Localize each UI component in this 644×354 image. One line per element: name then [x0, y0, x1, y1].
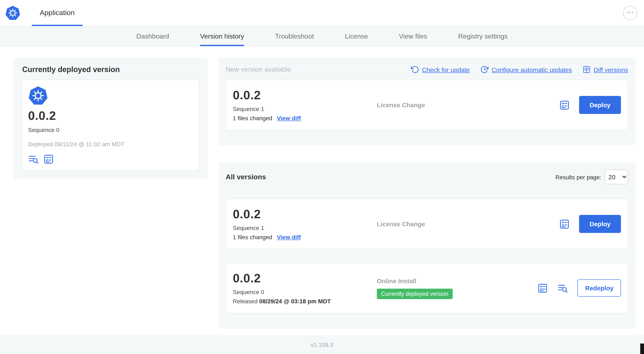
new-version-card: 0.0.2 Sequence 1 1 files changed View di…: [226, 80, 628, 130]
currently-deployed-badge: Currently deployed version: [377, 288, 452, 299]
version-type-label: Online Install: [377, 277, 538, 284]
kubernetes-logo-icon: [28, 86, 48, 106]
check-for-update-link[interactable]: Check for update: [410, 65, 470, 74]
kubernetes-logo-icon: [5, 5, 20, 21]
current-sequence-label: Sequence 0: [28, 127, 193, 133]
version-type-label: License Change: [377, 220, 559, 227]
sequence-label: Sequence 1: [233, 106, 377, 112]
released-prefix: Released: [233, 298, 258, 304]
version-info: 0.0.2 Sequence 0 Released 08/29/24 @ 03:…: [233, 271, 377, 304]
clock-refresh-icon: [480, 65, 489, 74]
tab-troubleshoot-label: Troubleshoot: [275, 33, 314, 40]
refresh-ccw-icon: [410, 65, 419, 74]
tab-view-files[interactable]: View files: [399, 26, 427, 46]
new-version-panel: New version available Check for update C…: [218, 58, 636, 145]
deployed-timestamp: Deployed 09/11/24 @ 11:02 am MDT: [28, 141, 193, 147]
version-meta: License Change: [377, 101, 559, 109]
configure-automatic-updates-link[interactable]: Configure automatic updates: [480, 65, 572, 74]
tab-registry-settings-label: Registry settings: [458, 33, 508, 40]
currently-deployed-panel: Currently deployed version 0.0.2 Sequenc…: [14, 58, 208, 179]
all-versions-title: All versions: [226, 173, 266, 181]
app-tab[interactable]: Application: [32, 0, 82, 26]
released-date: 08/29/24 @ 03:18 pm MDT: [259, 298, 331, 304]
main-content: Currently deployed version 0.0.2 Sequenc…: [0, 47, 644, 335]
all-versions-head: All versions Results per page: 20: [226, 170, 628, 184]
tab-version-history-label: Version history: [200, 33, 244, 40]
preflight-checks-button[interactable]: [559, 218, 570, 229]
preflight-checks-button[interactable]: [538, 282, 548, 293]
tab-registry-settings[interactable]: Registry settings: [458, 26, 508, 46]
diff-versions-label: Diff versions: [594, 66, 628, 73]
preflight-checklist-icon: [538, 282, 548, 293]
footer: v1.109.3: [0, 335, 644, 354]
release-notes-icon: [28, 154, 39, 165]
version-list: 0.0.2 Sequence 1 1 files changed View di…: [226, 193, 628, 313]
release-notes-button[interactable]: [28, 154, 39, 165]
sequence-label: Sequence 1: [233, 225, 377, 231]
version-actions: Redeploy: [538, 279, 621, 297]
sequence-label: Sequence 0: [233, 289, 377, 295]
current-version-card: 0.0.2 Sequence 0 Deployed 09/11/24 @ 11:…: [22, 80, 199, 171]
files-changed-row: 1 files changed View diff: [233, 234, 377, 240]
results-per-page-label: Results per page:: [556, 174, 601, 180]
top-bar: Application ⋯: [0, 0, 644, 26]
app-logo: [5, 0, 20, 26]
left-column: Currently deployed version 0.0.2 Sequenc…: [14, 58, 208, 179]
overflow-menu-button[interactable]: ⋯: [623, 6, 637, 20]
diff-versions-link[interactable]: Diff versions: [582, 65, 628, 74]
tab-view-files-label: View files: [399, 33, 427, 40]
results-per-page-select[interactable]: 20: [605, 170, 628, 184]
deploy-button[interactable]: Deploy: [579, 96, 621, 114]
redeploy-button[interactable]: Redeploy: [578, 279, 621, 297]
current-version-number: 0.0.2: [28, 109, 193, 123]
files-changed-label: 1 files changed: [233, 115, 272, 122]
preflight-checks-button[interactable]: [43, 154, 54, 165]
preflight-checklist-icon: [43, 154, 54, 165]
release-notes-icon: [558, 282, 568, 293]
version-info: 0.0.2 Sequence 1 1 files changed View di…: [233, 88, 377, 122]
new-version-title: New version available: [226, 66, 291, 73]
version-row: 0.0.2 Sequence 0 Released 08/29/24 @ 03:…: [226, 263, 628, 313]
deploy-button[interactable]: Deploy: [579, 215, 621, 233]
version-actions: Deploy: [559, 96, 621, 114]
admin-console-version: v1.109.3: [311, 341, 333, 348]
preflight-checklist-icon: [559, 100, 570, 110]
version-row: 0.0.2 Sequence 1 1 files changed View di…: [226, 199, 628, 249]
results-per-page: Results per page: 20: [556, 170, 628, 184]
view-diff-link[interactable]: View diff: [277, 234, 301, 240]
release-notes-button[interactable]: [558, 282, 568, 293]
tab-version-history[interactable]: Version history: [200, 26, 244, 46]
released-timestamp: Released 08/29/24 @ 03:18 pm MDT: [233, 298, 377, 304]
app-tab-label: Application: [40, 9, 74, 17]
topbar-spacer: [82, 0, 623, 26]
page: Application ⋯ Dashboard Version history …: [0, 0, 644, 354]
tab-troubleshoot[interactable]: Troubleshoot: [275, 26, 314, 46]
tab-license[interactable]: License: [345, 26, 368, 46]
configure-automatic-updates-label: Configure automatic updates: [492, 66, 572, 73]
tab-dashboard[interactable]: Dashboard: [136, 26, 169, 46]
version-type-label: License Change: [377, 101, 559, 109]
version-meta: Online Install Currently deployed versio…: [377, 277, 538, 299]
app-subnav: Dashboard Version history Troubleshoot L…: [0, 26, 644, 47]
view-diff-link[interactable]: View diff: [277, 115, 301, 122]
tab-license-label: License: [345, 33, 368, 40]
scrollbar-thumb[interactable]: [640, 343, 644, 354]
current-version-actions: [28, 154, 193, 165]
preflight-checks-button[interactable]: [559, 100, 570, 110]
version-number: 0.0.2: [233, 271, 377, 285]
files-changed-row: 1 files changed View diff: [233, 115, 377, 122]
new-version-panel-head: New version available Check for update C…: [226, 65, 628, 74]
currently-deployed-title: Currently deployed version: [22, 65, 199, 74]
check-for-update-label: Check for update: [422, 66, 470, 73]
version-meta: License Change: [377, 220, 559, 227]
all-versions-panel: All versions Results per page: 20 0.0.2 …: [218, 162, 636, 328]
version-number: 0.0.2: [233, 207, 377, 221]
ellipsis-icon: ⋯: [626, 9, 634, 16]
diff-icon: [582, 65, 590, 74]
preflight-checklist-icon: [559, 218, 570, 229]
tab-dashboard-label: Dashboard: [136, 33, 169, 40]
files-changed-label: 1 files changed: [233, 234, 272, 240]
right-column: New version available Check for update C…: [218, 58, 636, 328]
version-actions: Deploy: [559, 215, 621, 233]
version-info: 0.0.2 Sequence 1 1 files changed View di…: [233, 207, 377, 240]
